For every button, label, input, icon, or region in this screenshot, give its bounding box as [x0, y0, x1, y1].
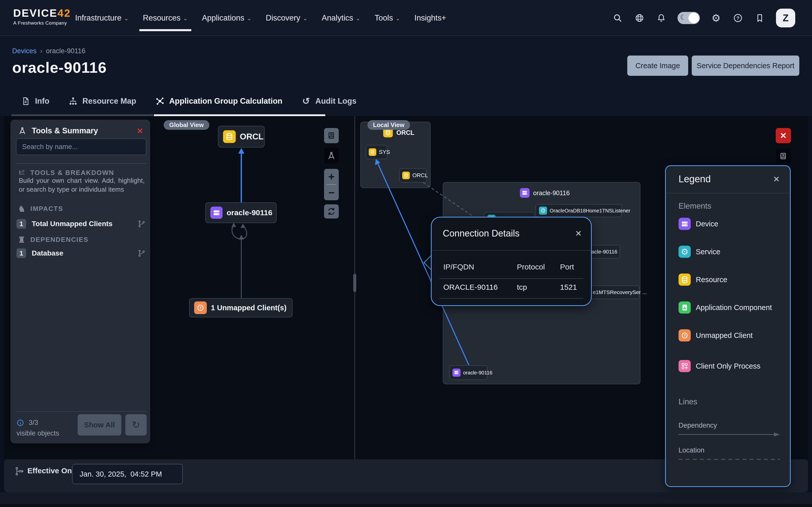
compass-icon: [18, 126, 27, 135]
legend-toggle-button[interactable]: [776, 149, 791, 164]
nav-item-applications[interactable]: Applications⌄: [202, 13, 252, 22]
col-header-protocol: Protocol: [517, 263, 560, 271]
divider: [666, 193, 790, 193]
nav-item-discovery[interactable]: Discovery⌄: [266, 13, 308, 22]
legend-lines-heading: Lines: [678, 397, 697, 406]
nav-item-infrastructure[interactable]: Infrastructure⌄: [75, 13, 129, 22]
knight-icon: ♞: [18, 205, 26, 213]
zoom-in-button[interactable]: +: [324, 169, 339, 184]
close-icon: ✕: [780, 131, 787, 140]
bell-icon[interactable]: [656, 12, 667, 23]
breadcrumb-devices-link[interactable]: Devices: [12, 47, 37, 55]
search-input[interactable]: [16, 138, 146, 155]
tab-application-group-calculation[interactable]: Application Group Calculation: [155, 96, 283, 106]
reload-button[interactable]: ↻: [125, 414, 147, 436]
nav-item-analytics[interactable]: Analytics⌄: [322, 13, 360, 22]
dependencies-row-database[interactable]: 1 Database: [16, 248, 146, 258]
divider: [432, 250, 591, 251]
chevron-down-icon: ⌄: [303, 15, 307, 22]
client-only-process-icon: [678, 360, 691, 372]
section-tools-breakdown: TOOLS & BREAKDOWN: [18, 169, 114, 177]
globe-icon[interactable]: [634, 12, 645, 23]
close-icon[interactable]: ✕: [137, 126, 145, 135]
chevron-down-icon: ⌄: [183, 15, 188, 22]
branch-icon[interactable]: [138, 220, 146, 228]
show-all-button[interactable]: Show All: [78, 414, 121, 436]
device42-logo[interactable]: DEVICE42 A Freshworks Company: [13, 7, 71, 26]
bookmark-icon[interactable]: [754, 12, 765, 23]
legend-panel: Legend ✕ Elements Device ⚙ Service Resou…: [665, 165, 791, 487]
impacts-row-unmapped-clients[interactable]: 1 Total Unmapped Clients: [16, 219, 146, 229]
logo-tagline: A Freshworks Company: [13, 20, 71, 26]
sync-icon: [327, 207, 336, 216]
resource-icon: [678, 274, 691, 286]
create-image-button[interactable]: Create Image: [627, 56, 688, 76]
resource-icon: [223, 130, 236, 143]
nav-icon-group: ☾ ⚙ ? Z: [612, 0, 795, 36]
row-label: Database: [32, 249, 132, 257]
close-icon[interactable]: ✕: [773, 174, 780, 184]
user-avatar[interactable]: Z: [776, 9, 795, 27]
close-icon[interactable]: ✕: [575, 229, 582, 238]
node-label: e1MTSRecoverySer ...: [593, 289, 647, 295]
service-icon: ⚙: [678, 246, 691, 258]
zoom-controls: + −: [324, 169, 339, 200]
svg-text:?: ?: [737, 15, 739, 21]
resource-icon: [402, 172, 410, 179]
svg-text:?: ?: [199, 306, 201, 310]
notes-tool-button[interactable]: [324, 128, 339, 143]
device42-app: DEVICE42 A Freshworks Company Infrastruc…: [0, 0, 812, 507]
divider: [16, 411, 146, 412]
gear-icon[interactable]: ⚙: [711, 12, 722, 23]
dark-mode-toggle[interactable]: ☾: [677, 12, 700, 24]
resource-icon: [369, 148, 376, 156]
divider: [439, 298, 583, 299]
node-oracle-90116-group-title[interactable]: oracle-90116: [520, 188, 570, 198]
tools-summary-toggle-button[interactable]: [324, 148, 339, 164]
logo-text: DEVICE: [13, 7, 57, 19]
col-header-ip: IP/FQDN: [443, 263, 517, 271]
node-label: oracle-90116: [226, 208, 272, 217]
node-sys[interactable]: SYS: [366, 145, 388, 159]
node-oracle-90116-bottom[interactable]: oracle-90116: [449, 365, 488, 380]
legend-elements-heading: Elements: [678, 202, 711, 211]
page-title: oracle-90116: [12, 59, 107, 76]
zoom-out-button[interactable]: −: [324, 185, 339, 200]
tools-summary-panel: Tools & Summary ✕ TOOLS & BREAKDOWN Buil…: [10, 120, 150, 443]
sitemap-icon: [68, 96, 78, 106]
nav-item-tools[interactable]: Tools⌄: [374, 13, 400, 22]
popup-header-row: IP/FQDN Protocol Port: [443, 263, 583, 271]
row-label: Total Unmapped Clients: [32, 220, 132, 228]
node-orcl-small[interactable]: ORCL: [399, 168, 426, 182]
node-label: SYS: [379, 149, 390, 155]
node-tns-listener[interactable]: ⚙ OracleOraDB18Home1TNSListener: [536, 204, 622, 217]
effective-on-label: Effective On: [28, 466, 72, 475]
col-header-port: Port: [560, 263, 583, 271]
nav-item-insights[interactable]: Insights+: [414, 13, 446, 22]
popup-data-row: ORACLE-90116 tcp 1521: [443, 283, 583, 291]
count-badge: 1: [16, 219, 26, 229]
chevron-down-icon: ⌄: [396, 15, 400, 22]
nav-item-resources[interactable]: Resources⌄: [143, 13, 188, 22]
map-canvas[interactable]: Global View ORCL oracle-90116 ? 1 Unmapp…: [4, 116, 808, 459]
nav-menu: Infrastructure⌄ Resources⌄ Applications⌄…: [75, 0, 446, 36]
search-icon[interactable]: [612, 12, 623, 23]
close-local-view-button[interactable]: ✕: [776, 128, 791, 143]
node-unmapped-clients[interactable]: ? 1 Unmapped Client(s): [189, 298, 293, 318]
tab-audit-logs[interactable]: ↺ Audit Logs: [301, 96, 357, 106]
node-oracle-90116-global[interactable]: oracle-90116: [205, 202, 276, 223]
node-label: ORCL: [240, 132, 264, 142]
effective-on-date-input[interactable]: Jan. 30, 2025, 04:52 PM: [72, 464, 183, 484]
divider: [16, 163, 146, 164]
legend-line-location: Location: [678, 446, 704, 454]
unmapped-client-icon: ?: [194, 301, 207, 314]
tab-info[interactable]: Info: [21, 96, 49, 106]
tab-resource-map[interactable]: Resource Map: [68, 96, 136, 106]
tab-bar: Info Resource Map Application Group Calc…: [21, 96, 357, 106]
node-orcl-global[interactable]: ORCL: [218, 126, 265, 148]
help-icon[interactable]: ?: [732, 12, 744, 23]
refresh-layout-button[interactable]: [324, 204, 339, 219]
service-dependencies-report-button[interactable]: Service Dependencies Report: [692, 56, 799, 76]
info-icon: [16, 419, 24, 427]
branch-icon[interactable]: [138, 249, 146, 257]
